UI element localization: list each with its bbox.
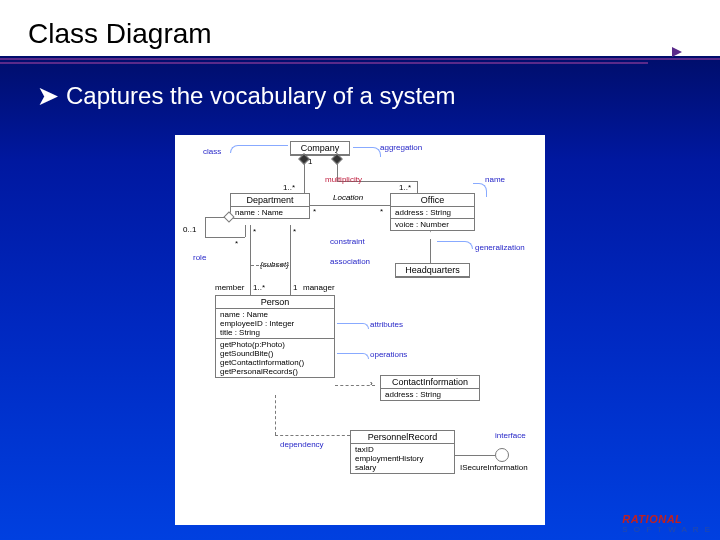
class-record: PersonnelRecord taxID employmentHistory … <box>350 430 455 474</box>
callout-ops <box>337 353 369 359</box>
hq-name: Headquarters <box>396 264 469 277</box>
interface-circle-icon <box>495 448 509 462</box>
callout-gen <box>437 241 473 249</box>
divider-1 <box>0 58 720 60</box>
mult-star-b: * <box>380 207 383 216</box>
office-attr2: voice : Number <box>391 219 474 230</box>
person-attrs: name : Name employeeID : Integer title :… <box>216 309 334 339</box>
person-name: Person <box>216 296 334 309</box>
mult-star-e: * <box>293 227 296 236</box>
dept-office-line <box>310 205 390 206</box>
p-o1: getPhoto(p:Photo) <box>220 340 330 349</box>
assoc-location: Location <box>333 193 363 202</box>
class-company-name: Company <box>291 142 349 155</box>
class-office: Office address : String voice : Number <box>390 193 475 231</box>
bullet-text: Captures the vocabulary of a system <box>66 82 456 109</box>
class-headquarters: Headquarters <box>395 263 470 278</box>
class-person: Person name : Name employeeID : Integer … <box>215 295 335 378</box>
p-o4: getPersonalRecords() <box>220 367 330 376</box>
gen-tri-fill <box>425 231 435 239</box>
dep-line2v <box>275 395 276 435</box>
dept-attr: name : Name <box>231 207 309 218</box>
label-class: class <box>203 147 221 156</box>
callout-name <box>473 183 487 197</box>
p-o3: getContactInformation() <box>220 358 330 367</box>
dep-line1 <box>335 385 375 386</box>
uml-diagram: Company class aggregation 1 1..* 1..* mu… <box>175 135 545 525</box>
office-name: Office <box>391 194 474 207</box>
label-generalization: generalization <box>475 243 525 252</box>
class-contact: ContactInformation address : String <box>380 375 480 401</box>
logo-brand: RATIONAL <box>622 513 682 525</box>
subset-dash <box>251 265 289 266</box>
label-aggregation: aggregation <box>380 143 422 152</box>
mult-zero-one: 0..1 <box>183 225 196 234</box>
mult-star-c: * <box>235 239 238 248</box>
office-attr1: address : String <box>391 207 474 219</box>
assoc-line <box>304 163 305 193</box>
record-attr: taxID employmentHistory salary <box>351 444 454 473</box>
callout-class <box>230 145 288 153</box>
label-dependency: dependency <box>280 440 324 449</box>
label-attributes: attributes <box>370 320 403 329</box>
class-department: Department name : Name <box>230 193 310 219</box>
isecure: ISecureInformation <box>460 463 528 472</box>
mult-star-a: * <box>313 207 316 216</box>
label-association: association <box>330 257 370 266</box>
divider-arrow-icon <box>672 47 682 57</box>
assoc-line-r3 <box>417 181 418 193</box>
class-company: Company <box>290 141 350 156</box>
chevron-right-icon: ➤ <box>38 82 58 109</box>
contact-attr: address : String <box>381 389 479 400</box>
dep-arrow-icon: › <box>370 379 373 388</box>
role-manager: manager <box>303 283 335 292</box>
mult-1a: 1 <box>308 157 312 166</box>
label-interface: interface <box>495 431 526 440</box>
role-member: member <box>215 283 244 292</box>
mult-1star-b: 1..* <box>399 183 411 192</box>
label-constraint: constraint <box>330 237 365 246</box>
self-l4 <box>245 225 246 237</box>
person-ops: getPhoto(p:Photo) getSoundBite() getCont… <box>216 339 334 377</box>
label-multiplicity: multiplicity <box>325 175 362 184</box>
mult-1b: 1 <box>293 283 297 292</box>
rational-logo: RATIONAL S O F T W A R E <box>622 513 712 534</box>
p-a2: employeeID : Integer <box>220 319 330 328</box>
p-o2: getSoundBite() <box>220 349 330 358</box>
mult-1star-a: 1..* <box>283 183 295 192</box>
callout-attr <box>337 323 369 329</box>
slide-title: Class Diagram <box>28 18 692 54</box>
dept-name: Department <box>231 194 309 207</box>
bullet-item: ➤Captures the vocabulary of a system <box>0 64 720 110</box>
title-bar: Class Diagram <box>0 0 720 56</box>
mult-star-d: * <box>253 227 256 236</box>
mult-1star-c: 1..* <box>253 283 265 292</box>
label-name: name <box>485 175 505 184</box>
self-l2 <box>205 217 206 237</box>
label-operations: operations <box>370 350 407 359</box>
self-l1 <box>205 217 225 218</box>
logo-sub: S O F T W A R E <box>622 525 712 534</box>
p-a3: title : String <box>220 328 330 337</box>
dp-l1 <box>250 225 251 295</box>
dp-l2 <box>290 225 291 295</box>
label-role: role <box>193 253 206 262</box>
self-l3 <box>205 237 245 238</box>
dep-line2h <box>275 435 350 436</box>
divider-2 <box>0 62 648 64</box>
contact-name: ContactInformation <box>381 376 479 389</box>
callout-aggregation <box>353 147 381 157</box>
iface-line <box>455 455 495 456</box>
record-name: PersonnelRecord <box>351 431 454 444</box>
p-a1: name : Name <box>220 310 330 319</box>
